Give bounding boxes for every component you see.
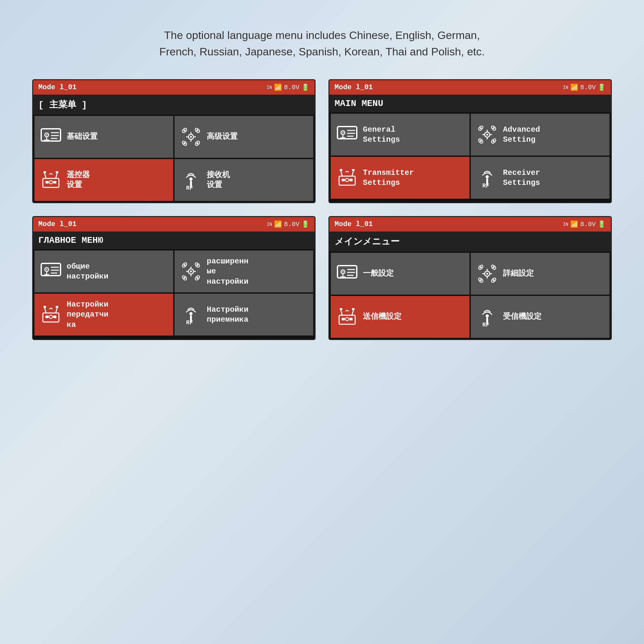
svg-point-18	[184, 129, 185, 131]
svg-line-27	[56, 173, 57, 178]
screens-grid: Mode l_01IN📶 8.0V 🔋[ 主菜单 ] 基础设置 高级设置	[32, 79, 612, 340]
menu-cell-3[interactable]: RF 受信機設定	[471, 296, 610, 338]
svg-text:RF: RF	[186, 185, 193, 191]
screen-header: Mode l_01IN📶 8.0V 🔋	[329, 217, 611, 232]
rf-icon: RF	[476, 306, 498, 328]
menu-title: ГЛАВНОЕ МЕНЮ	[33, 232, 315, 249]
menu-cell-label: 詳細設定	[503, 269, 534, 279]
menu-cell-0[interactable]: общие настройки	[34, 251, 173, 292]
svg-point-58	[346, 178, 349, 182]
menu-cell-1[interactable]: 詳細設定	[471, 253, 610, 295]
svg-rect-0	[41, 129, 61, 141]
drone-icon	[180, 260, 202, 283]
signal-superscript: IN	[267, 85, 272, 90]
battery-icon: 🔋	[301, 220, 309, 228]
menu-cell-label: 送信機設定	[363, 312, 402, 322]
svg-point-2	[46, 134, 47, 136]
menu-grid: общие настройки расширенн ые настройки	[33, 249, 315, 337]
svg-point-120	[493, 279, 495, 281]
svg-rect-24	[53, 181, 56, 184]
screen-model: Mode l_01	[335, 83, 373, 91]
screen-status: IN📶 8.0V 🔋	[563, 83, 606, 91]
screen-header: Mode l_01IN📶 8.0V 🔋	[33, 80, 315, 95]
menu-title: MAIN MENU	[329, 95, 611, 112]
svg-rect-123	[349, 318, 353, 320]
menu-cell-label: 接收机 设置	[207, 170, 230, 190]
svg-point-30	[189, 177, 193, 181]
menu-cell-3[interactable]: RF Настройки приемника	[175, 294, 313, 336]
menu-cell-2[interactable]: 遥控器 设置	[34, 159, 173, 201]
menu-cell-label: 受信機設定	[503, 312, 542, 322]
svg-point-96	[189, 312, 193, 315]
svg-point-42	[486, 134, 488, 136]
svg-text:RF: RF	[186, 319, 193, 326]
signal-superscript: IN	[563, 222, 568, 227]
menu-cell-label: расширенн ые настройки	[207, 256, 249, 287]
page-subtitle: The optional language menu includes Chin…	[159, 27, 485, 60]
svg-point-52	[493, 127, 495, 129]
screen-russian: Mode l_01IN📶 8.0V 🔋ГЛАВНОЕ МЕНЮ общие на…	[32, 216, 316, 340]
svg-point-118	[493, 266, 495, 268]
battery-icon: 🔋	[301, 83, 309, 91]
svg-rect-122	[342, 318, 345, 320]
svg-rect-128	[352, 308, 355, 310]
svg-line-59	[341, 170, 342, 176]
svg-text:RF: RF	[482, 322, 489, 328]
svg-point-9	[190, 136, 192, 138]
menu-title: [ 主菜单 ]	[33, 95, 315, 115]
menu-cell-2[interactable]: Настройки передатчи ка	[34, 294, 173, 336]
svg-point-129	[486, 314, 489, 317]
battery-icon: 🔋	[598, 83, 606, 91]
menu-cell-1[interactable]: расширенн ые настройки	[175, 251, 313, 292]
svg-line-93	[56, 307, 57, 313]
screen-model: Mode l_01	[38, 83, 77, 91]
signal-icon: 📶	[570, 220, 578, 228]
svg-point-35	[342, 132, 344, 133]
svg-rect-95	[56, 306, 58, 308]
drone-icon	[476, 262, 498, 285]
menu-grid: 一般設定 詳細設定 送信機設定	[329, 251, 611, 339]
transmitter-icon	[40, 169, 62, 191]
menu-cell-label: Advanced Setting	[503, 125, 540, 145]
rf-icon: RF	[180, 169, 202, 191]
menu-cell-0[interactable]: 基础设置	[34, 116, 173, 158]
menu-cell-1[interactable]: Advanced Setting	[471, 114, 610, 156]
menu-cell-label: Настройки приемника	[207, 305, 249, 325]
svg-point-51	[480, 127, 482, 129]
menu-cell-3[interactable]: RF 接收机 设置	[175, 159, 313, 201]
screen-status: IN📶 8.0V 🔋	[267, 220, 309, 228]
monitor-icon	[40, 126, 62, 148]
signal-superscript: IN	[563, 85, 568, 90]
menu-cell-0[interactable]: General Settings	[331, 114, 469, 156]
svg-line-60	[352, 170, 354, 176]
svg-point-117	[480, 266, 482, 268]
menu-cell-label: Настройки передатчи ка	[67, 299, 109, 330]
svg-rect-61	[340, 169, 342, 171]
signal-icon: 📶	[570, 83, 578, 91]
signal-superscript: IN	[267, 222, 272, 227]
rf-icon: RF	[180, 303, 202, 326]
menu-cell-2[interactable]: Transmitter Settings	[331, 157, 469, 199]
menu-cell-1[interactable]: 高级设置	[175, 116, 313, 158]
menu-cell-0[interactable]: 一般設定	[331, 253, 469, 295]
svg-point-19	[196, 129, 198, 131]
svg-point-54	[493, 140, 495, 142]
screen-header: Mode l_01IN📶 8.0V 🔋	[329, 80, 611, 95]
screen-japanese: Mode l_01IN📶 8.0V 🔋メインメニュー 一般設定 詳細設定	[328, 216, 612, 340]
transmitter-icon	[336, 306, 358, 328]
svg-point-75	[190, 270, 192, 272]
menu-cell-3[interactable]: RF Receiver Settings	[471, 157, 610, 199]
screen-status: IN📶 8.0V 🔋	[563, 220, 606, 228]
monitor-icon	[336, 262, 358, 285]
svg-point-20	[184, 142, 185, 144]
svg-line-126	[352, 309, 354, 315]
menu-cell-2[interactable]: 送信機設定	[331, 296, 469, 338]
svg-rect-89	[45, 316, 49, 318]
menu-grid: General Settings Advanced Setting	[329, 112, 611, 200]
svg-rect-94	[43, 306, 46, 308]
menu-cell-label: Transmitter Settings	[363, 168, 414, 188]
menu-cell-label: 一般設定	[363, 269, 394, 279]
svg-rect-22	[43, 178, 59, 187]
svg-rect-55	[339, 176, 355, 185]
signal-icon: 📶	[274, 83, 282, 91]
